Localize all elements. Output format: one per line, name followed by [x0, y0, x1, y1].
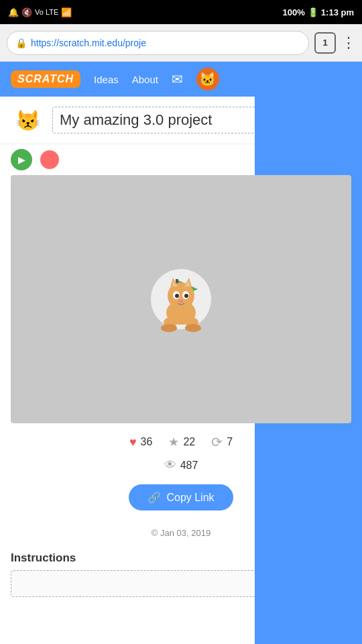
lte-icon: Vo LTE — [35, 8, 58, 16]
nav-avatar[interactable]: 🐱 — [196, 68, 219, 91]
svg-point-16 — [161, 324, 177, 332]
url-bar[interactable]: 🔒 https://scratch.mit.edu/proje — [7, 31, 309, 55]
remixes-count: 7 — [227, 436, 233, 448]
wifi-icon: 📶 — [61, 7, 72, 17]
svg-point-13 — [179, 300, 183, 303]
stage-cat — [141, 259, 221, 339]
hearts-count: 36 — [141, 436, 153, 448]
stars-count: 22 — [183, 436, 195, 448]
heart-icon: ♥ — [129, 435, 137, 449]
browser-menu-button[interactable]: ⋮ — [341, 34, 355, 52]
nav-ideas[interactable]: Ideas — [94, 74, 119, 85]
clock: 1:13 pm — [321, 7, 354, 17]
status-bar: 🔔 🔇 Vo LTE 📶 100% 🔋 1:13 pm — [0, 0, 362, 24]
stop-button[interactable] — [40, 150, 59, 169]
notification-icon: 🔔 — [8, 7, 19, 17]
scratch-cat-svg — [141, 259, 221, 339]
browser-bar: 🔒 https://scratch.mit.edu/proje 1 ⋮ — [0, 24, 362, 62]
views-count: 487 — [180, 460, 198, 472]
status-right-icons: 100% 🔋 1:13 pm — [283, 7, 354, 17]
copy-link-button[interactable]: 🔗 Copy Link — [129, 484, 233, 511]
stars-stat[interactable]: ★ 22 — [168, 435, 195, 449]
svg-point-11 — [175, 294, 179, 298]
nav-about[interactable]: About — [132, 74, 158, 85]
star-icon: ★ — [168, 435, 179, 449]
hearts-stat[interactable]: ♥ 36 — [129, 435, 152, 449]
project-stage[interactable] — [11, 175, 351, 423]
green-flag-button[interactable] — [11, 149, 32, 170]
scratch-logo[interactable]: SCRATCH — [11, 70, 80, 88]
sound-icon: 🔇 — [21, 7, 32, 17]
nav-mail-icon[interactable]: ✉ — [172, 71, 183, 87]
battery-icon: 🔋 — [308, 7, 318, 17]
battery-percent: 100% — [283, 7, 305, 17]
status-left-icons: 🔔 🔇 Vo LTE 📶 — [8, 7, 72, 17]
remix-icon: ⟳ — [211, 434, 223, 450]
copy-link-label: Copy Link — [166, 492, 214, 504]
views-icon: 👁 — [164, 458, 176, 472]
svg-point-12 — [184, 294, 188, 298]
project-avatar: 😾 — [11, 103, 44, 137]
remixes-stat[interactable]: ⟳ 7 — [211, 434, 233, 450]
url-text: https://scratch.mit.edu/proje — [31, 38, 146, 48]
lock-icon: 🔒 — [15, 38, 27, 48]
copy-link-icon: 🔗 — [147, 491, 161, 504]
tab-button[interactable]: 1 — [314, 32, 336, 54]
svg-point-17 — [185, 324, 201, 332]
